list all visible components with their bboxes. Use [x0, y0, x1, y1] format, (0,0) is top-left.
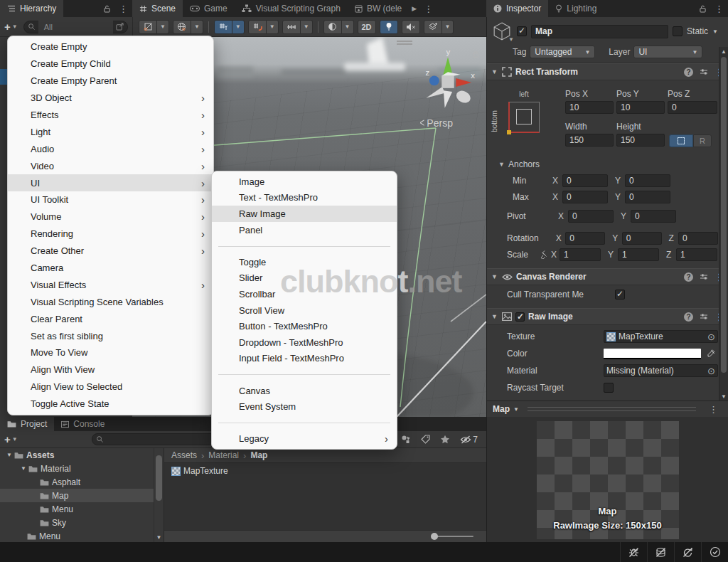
- increment-snap-dropdown[interactable]: ▼: [301, 20, 313, 34]
- context-menu-item[interactable]: UI: [8, 174, 213, 191]
- toggle-2d-button[interactable]: 2D: [358, 20, 376, 34]
- scrollbar-down-icon[interactable]: ▼: [154, 534, 164, 541]
- pos-z-field[interactable]: 0: [668, 101, 717, 114]
- submenu-item[interactable]: Button - TextMeshPro: [212, 318, 397, 334]
- hierarchy-search-input[interactable]: All: [23, 21, 128, 33]
- context-menu-item[interactable]: Align View to Selected: [8, 378, 213, 396]
- rotation-y-field[interactable]: 0: [622, 232, 662, 245]
- scene-area-kebab-icon[interactable]: [419, 0, 437, 17]
- context-menu-item[interactable]: Create Empty Parent: [8, 73, 213, 90]
- gameobject-name-field[interactable]: Map: [531, 25, 668, 38]
- project-tree-row[interactable]: Map: [0, 489, 164, 502]
- orientation-gizmo[interactable]: y z x: [414, 46, 482, 120]
- context-menu-item[interactable]: Camera: [8, 260, 213, 277]
- texture-object-field[interactable]: MapTexture ⊙: [604, 330, 718, 343]
- width-field[interactable]: 150: [565, 134, 614, 147]
- submenu-item[interactable]: Slider: [212, 270, 397, 287]
- layer-dropdown[interactable]: UI▼: [633, 46, 702, 58]
- pivot-globe-button[interactable]: [173, 20, 191, 34]
- scene-lighting-button[interactable]: [380, 20, 398, 34]
- pivot-y-field[interactable]: 0: [631, 210, 676, 223]
- foldout-icon[interactable]: ▼: [18, 465, 28, 472]
- inspector-scrollbar[interactable]: ▲ ▼: [719, 47, 728, 401]
- context-menu-item[interactable]: Light: [8, 123, 213, 140]
- project-create-button[interactable]: +▼: [4, 433, 18, 445]
- context-menu-item[interactable]: Visual Effects: [8, 276, 213, 293]
- submenu-item[interactable]: Text - TextMeshPro: [212, 190, 397, 206]
- foldout-icon[interactable]: ▼: [4, 452, 14, 458]
- context-menu-item[interactable]: UI Toolkit: [8, 191, 213, 208]
- tab-console[interactable]: Console: [54, 417, 112, 431]
- rect-transform-header[interactable]: ▼ Rect Transform ?: [487, 63, 728, 80]
- breadcrumb-map[interactable]: Map: [250, 450, 267, 460]
- submenu-item[interactable]: [212, 238, 397, 254]
- submenu-item[interactable]: Event System: [212, 398, 397, 415]
- thumbnail-size-slider[interactable]: [432, 536, 473, 537]
- submenu-item[interactable]: Scrollbar: [212, 286, 397, 302]
- submenu-item[interactable]: Panel: [212, 222, 397, 238]
- scrollbar-thumb[interactable]: [721, 57, 727, 373]
- component-enabled-checkbox[interactable]: [515, 312, 525, 322]
- static-dropdown-icon[interactable]: ▼: [712, 28, 718, 35]
- breadcrumb-assets[interactable]: Assets: [171, 450, 197, 460]
- tool-handle-dropdown[interactable]: ▼: [157, 20, 169, 34]
- gameobject-cube-icon[interactable]: ▼: [491, 21, 513, 41]
- preview-mode-dropdown[interactable]: Map ▼: [493, 404, 519, 414]
- asset-item-maptexture[interactable]: MapTexture: [171, 466, 479, 476]
- blueprint-mode-button[interactable]: [669, 134, 693, 147]
- scene-effects-button[interactable]: [424, 20, 442, 34]
- split-drag-handle[interactable]: [397, 41, 412, 45]
- open-search-window-icon[interactable]: [116, 23, 124, 31]
- pivot-x-field[interactable]: 0: [568, 210, 614, 223]
- presets-icon[interactable]: [700, 68, 708, 76]
- scale-z-field[interactable]: 1: [676, 248, 717, 261]
- context-menu-item[interactable]: Move To View: [8, 344, 213, 361]
- foldout-icon[interactable]: ▼: [491, 68, 498, 75]
- scene-audio-mute-button[interactable]: [402, 20, 420, 34]
- scale-x-field[interactable]: 1: [560, 248, 601, 261]
- draw-mode-button[interactable]: [323, 20, 342, 34]
- tab-visual-scripting-graph[interactable]: Visual Scripting Graph: [235, 0, 348, 17]
- scrollbar-up-icon[interactable]: ▲: [719, 48, 728, 55]
- anchors-max-x-field[interactable]: 0: [562, 191, 608, 203]
- object-picker-icon[interactable]: ⊙: [707, 332, 715, 341]
- search-by-label-icon[interactable]: [421, 435, 430, 444]
- pivot-globe-dropdown[interactable]: ▼: [191, 20, 203, 34]
- hidden-packages-count[interactable]: 7: [460, 435, 478, 445]
- project-tree-row[interactable]: Menu: [0, 529, 164, 542]
- foldout-icon[interactable]: ▼: [491, 273, 498, 280]
- object-picker-icon[interactable]: ⊙: [707, 366, 715, 376]
- rotation-z-field[interactable]: 0: [678, 232, 718, 245]
- context-menu-item[interactable]: Align With View: [8, 361, 213, 378]
- anchors-max-y-field[interactable]: 0: [625, 191, 670, 203]
- tab-hierarchy[interactable]: Hierarchy: [0, 0, 63, 17]
- perspective-label[interactable]: < Persp: [419, 117, 453, 129]
- anchors-foldout[interactable]: ▼ Anchors: [487, 156, 728, 172]
- pos-y-field[interactable]: 10: [616, 101, 665, 114]
- rotation-x-field[interactable]: 0: [565, 232, 605, 245]
- submenu-item[interactable]: Raw Image: [212, 206, 397, 222]
- project-tree-row[interactable]: ▼ Assets: [0, 448, 164, 462]
- context-menu-item[interactable]: Audio: [8, 140, 213, 157]
- hierarchy-lock-icon[interactable]: [100, 0, 114, 17]
- anchor-preset-widget[interactable]: [508, 102, 540, 133]
- grid-magnet-button[interactable]: [248, 20, 267, 34]
- project-tree-scrollbar[interactable]: ▼: [154, 448, 164, 542]
- tab-bw[interactable]: BW (dele: [348, 0, 409, 17]
- scene-effects-dropdown[interactable]: ▼: [442, 20, 454, 34]
- static-checkbox[interactable]: [673, 26, 682, 36]
- tag-dropdown[interactable]: Untagged▼: [530, 46, 595, 58]
- cull-transparent-checkbox[interactable]: [615, 290, 625, 299]
- grid-magnet-dropdown[interactable]: ▼: [267, 20, 279, 34]
- submenu-item[interactable]: Input Field - TextMeshPro: [212, 351, 397, 367]
- raw-image-header[interactable]: ▼ Raw Image ?: [487, 308, 728, 325]
- project-tree-row[interactable]: ▼ Material: [0, 462, 164, 475]
- tab-project[interactable]: Project: [0, 417, 54, 431]
- canvas-renderer-header[interactable]: ▼ Canvas Renderer ?: [487, 268, 728, 285]
- submenu-item[interactable]: Scroll View: [212, 302, 397, 319]
- color-swatch[interactable]: [604, 349, 701, 359]
- hierarchy-kebab-icon[interactable]: [114, 0, 132, 17]
- anchors-min-y-field[interactable]: 0: [625, 174, 670, 187]
- increment-snap-button[interactable]: [282, 20, 301, 34]
- submenu-item[interactable]: Toggle: [212, 254, 397, 270]
